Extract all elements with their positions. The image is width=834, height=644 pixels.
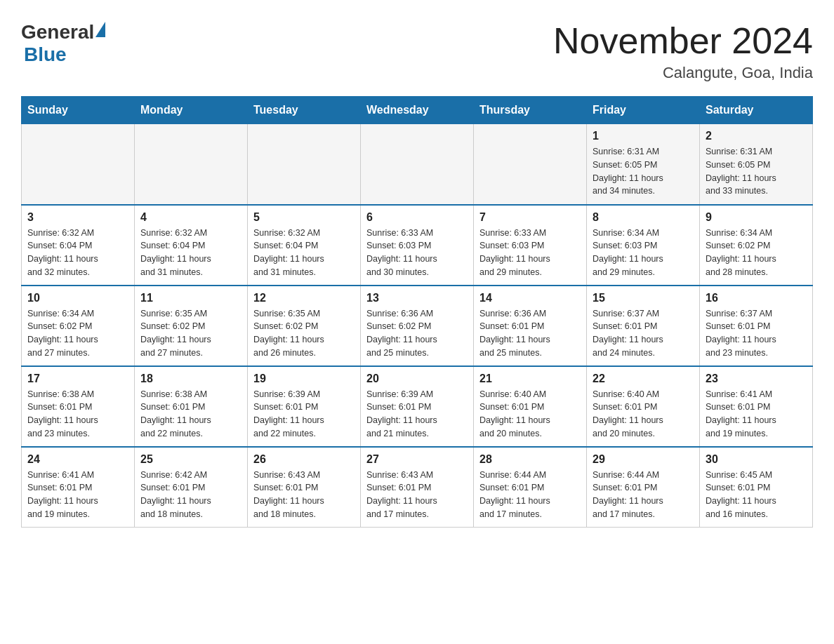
calendar-cell: 16Sunrise: 6:37 AMSunset: 6:01 PMDayligh… <box>700 286 813 366</box>
day-number: 12 <box>253 292 355 304</box>
day-number: 1 <box>593 130 694 142</box>
calendar-week-row: 10Sunrise: 6:34 AMSunset: 6:02 PMDayligh… <box>22 286 813 366</box>
calendar-cell: 3Sunrise: 6:32 AMSunset: 6:04 PMDaylight… <box>22 205 135 286</box>
calendar-cell: 28Sunrise: 6:44 AMSunset: 6:01 PMDayligh… <box>474 447 587 528</box>
calendar-cell: 22Sunrise: 6:40 AMSunset: 6:01 PMDayligh… <box>587 366 700 447</box>
day-info: Sunrise: 6:32 AMSunset: 6:04 PMDaylight:… <box>140 227 241 279</box>
calendar-cell: 29Sunrise: 6:44 AMSunset: 6:01 PMDayligh… <box>587 447 700 528</box>
calendar-cell: 15Sunrise: 6:37 AMSunset: 6:01 PMDayligh… <box>587 286 700 366</box>
day-info: Sunrise: 6:45 AMSunset: 6:01 PMDaylight:… <box>706 469 807 521</box>
day-info: Sunrise: 6:34 AMSunset: 6:03 PMDaylight:… <box>593 227 694 279</box>
calendar-cell: 13Sunrise: 6:36 AMSunset: 6:02 PMDayligh… <box>361 286 474 366</box>
logo: General Blue <box>21 21 105 66</box>
day-info: Sunrise: 6:44 AMSunset: 6:01 PMDaylight:… <box>593 469 694 521</box>
day-number: 17 <box>27 373 128 385</box>
day-info: Sunrise: 6:44 AMSunset: 6:01 PMDaylight:… <box>479 469 581 521</box>
calendar-cell <box>248 124 361 205</box>
day-info: Sunrise: 6:41 AMSunset: 6:01 PMDaylight:… <box>27 469 128 521</box>
day-number: 7 <box>479 211 581 224</box>
day-number: 28 <box>479 453 581 466</box>
header-thursday: Thursday <box>474 97 587 124</box>
day-number: 4 <box>140 211 241 224</box>
calendar-cell: 21Sunrise: 6:40 AMSunset: 6:01 PMDayligh… <box>474 366 587 447</box>
day-info: Sunrise: 6:43 AMSunset: 6:01 PMDaylight:… <box>253 469 355 521</box>
header-tuesday: Tuesday <box>248 97 361 124</box>
calendar-cell: 17Sunrise: 6:38 AMSunset: 6:01 PMDayligh… <box>22 366 135 447</box>
day-number: 19 <box>253 373 355 385</box>
day-info: Sunrise: 6:42 AMSunset: 6:01 PMDaylight:… <box>140 469 241 521</box>
calendar-week-row: 1Sunrise: 6:31 AMSunset: 6:05 PMDaylight… <box>22 124 813 205</box>
day-number: 16 <box>706 292 807 304</box>
calendar-cell: 12Sunrise: 6:35 AMSunset: 6:02 PMDayligh… <box>248 286 361 366</box>
title-section: November 2024 Calangute, Goa, India <box>553 21 813 82</box>
header-row: Sunday Monday Tuesday Wednesday Thursday… <box>22 97 813 124</box>
calendar-cell: 20Sunrise: 6:39 AMSunset: 6:01 PMDayligh… <box>361 366 474 447</box>
calendar-cell: 19Sunrise: 6:39 AMSunset: 6:01 PMDayligh… <box>248 366 361 447</box>
day-info: Sunrise: 6:36 AMSunset: 6:02 PMDaylight:… <box>366 307 468 360</box>
day-info: Sunrise: 6:39 AMSunset: 6:01 PMDaylight:… <box>366 388 468 441</box>
calendar-cell <box>22 124 135 205</box>
day-info: Sunrise: 6:41 AMSunset: 6:01 PMDaylight:… <box>706 388 807 441</box>
calendar-cell: 11Sunrise: 6:35 AMSunset: 6:02 PMDayligh… <box>135 286 248 366</box>
logo-triangle-icon <box>95 22 105 37</box>
day-info: Sunrise: 6:39 AMSunset: 6:01 PMDaylight:… <box>253 388 355 441</box>
day-number: 23 <box>706 373 807 385</box>
header-sunday: Sunday <box>22 97 135 124</box>
day-info: Sunrise: 6:35 AMSunset: 6:02 PMDaylight:… <box>253 307 355 360</box>
calendar-cell: 24Sunrise: 6:41 AMSunset: 6:01 PMDayligh… <box>22 447 135 528</box>
day-info: Sunrise: 6:32 AMSunset: 6:04 PMDaylight:… <box>27 227 128 279</box>
day-info: Sunrise: 6:40 AMSunset: 6:01 PMDaylight:… <box>479 388 581 441</box>
calendar-week-row: 24Sunrise: 6:41 AMSunset: 6:01 PMDayligh… <box>22 447 813 528</box>
calendar-week-row: 3Sunrise: 6:32 AMSunset: 6:04 PMDaylight… <box>22 205 813 286</box>
day-number: 6 <box>366 211 468 224</box>
calendar-cell: 14Sunrise: 6:36 AMSunset: 6:01 PMDayligh… <box>474 286 587 366</box>
day-info: Sunrise: 6:38 AMSunset: 6:01 PMDaylight:… <box>140 388 241 441</box>
calendar-cell: 23Sunrise: 6:41 AMSunset: 6:01 PMDayligh… <box>700 366 813 447</box>
calendar-cell: 7Sunrise: 6:33 AMSunset: 6:03 PMDaylight… <box>474 205 587 286</box>
day-info: Sunrise: 6:43 AMSunset: 6:01 PMDaylight:… <box>366 469 468 521</box>
day-number: 15 <box>593 292 694 304</box>
day-info: Sunrise: 6:38 AMSunset: 6:01 PMDaylight:… <box>27 388 128 441</box>
calendar-cell: 1Sunrise: 6:31 AMSunset: 6:05 PMDaylight… <box>587 124 700 205</box>
calendar-cell: 30Sunrise: 6:45 AMSunset: 6:01 PMDayligh… <box>700 447 813 528</box>
day-number: 22 <box>593 373 694 385</box>
calendar-cell: 5Sunrise: 6:32 AMSunset: 6:04 PMDaylight… <box>248 205 361 286</box>
day-info: Sunrise: 6:36 AMSunset: 6:01 PMDaylight:… <box>479 307 581 360</box>
day-info: Sunrise: 6:31 AMSunset: 6:05 PMDaylight:… <box>706 145 807 198</box>
header-saturday: Saturday <box>700 97 813 124</box>
calendar-table: Sunday Monday Tuesday Wednesday Thursday… <box>21 96 813 528</box>
day-info: Sunrise: 6:33 AMSunset: 6:03 PMDaylight:… <box>479 227 581 279</box>
day-number: 13 <box>366 292 468 304</box>
day-info: Sunrise: 6:37 AMSunset: 6:01 PMDaylight:… <box>593 307 694 360</box>
day-number: 26 <box>253 453 355 466</box>
day-number: 21 <box>479 373 581 385</box>
calendar-cell <box>135 124 248 205</box>
calendar-cell <box>361 124 474 205</box>
calendar-cell: 9Sunrise: 6:34 AMSunset: 6:02 PMDaylight… <box>700 205 813 286</box>
day-number: 27 <box>366 453 468 466</box>
day-info: Sunrise: 6:33 AMSunset: 6:03 PMDaylight:… <box>366 227 468 279</box>
day-number: 18 <box>140 373 241 385</box>
calendar-cell: 18Sunrise: 6:38 AMSunset: 6:01 PMDayligh… <box>135 366 248 447</box>
day-number: 29 <box>593 453 694 466</box>
location-subtitle: Calangute, Goa, India <box>553 64 813 82</box>
calendar-cell: 10Sunrise: 6:34 AMSunset: 6:02 PMDayligh… <box>22 286 135 366</box>
calendar-cell <box>474 124 587 205</box>
header-monday: Monday <box>135 97 248 124</box>
day-info: Sunrise: 6:37 AMSunset: 6:01 PMDaylight:… <box>706 307 807 360</box>
day-number: 30 <box>706 453 807 466</box>
day-number: 20 <box>366 373 468 385</box>
day-number: 11 <box>140 292 241 304</box>
day-number: 25 <box>140 453 241 466</box>
day-number: 5 <box>253 211 355 224</box>
calendar-cell: 4Sunrise: 6:32 AMSunset: 6:04 PMDaylight… <box>135 205 248 286</box>
day-info: Sunrise: 6:40 AMSunset: 6:01 PMDaylight:… <box>593 388 694 441</box>
calendar-cell: 25Sunrise: 6:42 AMSunset: 6:01 PMDayligh… <box>135 447 248 528</box>
calendar-body: 1Sunrise: 6:31 AMSunset: 6:05 PMDaylight… <box>22 124 813 528</box>
page-header: General Blue November 2024 Calangute, Go… <box>21 21 813 82</box>
day-info: Sunrise: 6:34 AMSunset: 6:02 PMDaylight:… <box>27 307 128 360</box>
day-info: Sunrise: 6:34 AMSunset: 6:02 PMDaylight:… <box>706 227 807 279</box>
month-title: November 2024 <box>553 21 813 61</box>
calendar-cell: 2Sunrise: 6:31 AMSunset: 6:05 PMDaylight… <box>700 124 813 205</box>
calendar-cell: 26Sunrise: 6:43 AMSunset: 6:01 PMDayligh… <box>248 447 361 528</box>
